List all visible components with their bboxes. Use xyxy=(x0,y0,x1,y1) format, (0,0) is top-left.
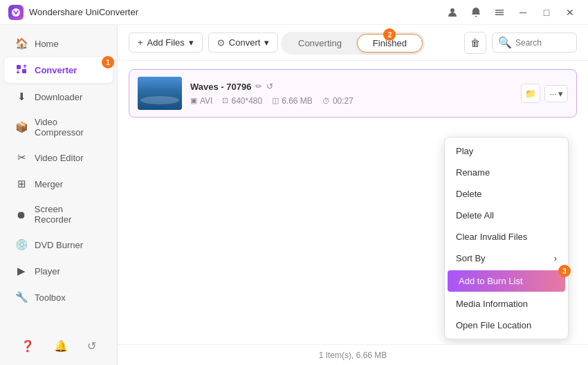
tabs-container: Converting Finished 2 xyxy=(281,32,425,55)
file-thumbnail xyxy=(138,77,182,110)
ctx-media-info[interactable]: Media Information xyxy=(445,293,568,315)
ctx-rename-label: Rename xyxy=(456,167,490,178)
svg-rect-3 xyxy=(495,12,504,13)
ctx-sort-by-arrow: › xyxy=(554,253,557,263)
ctx-play-label: Play xyxy=(456,146,473,156)
sidebar-item-downloader[interactable]: ⬇ Downloader xyxy=(4,84,113,109)
titlebar-left: Wondershare UniConverter xyxy=(8,5,138,20)
search-icon: 🔍 xyxy=(498,36,512,49)
ctx-play[interactable]: Play xyxy=(445,140,568,162)
folder-button[interactable]: 📁 xyxy=(521,84,540,103)
sidebar-item-merger[interactable]: ⊞ Merger xyxy=(4,171,113,196)
tab-finished-wrapper: Finished 2 xyxy=(357,34,423,53)
file-card: Waves - 70796 ✏ ↺ ▣ AVI ⊡ 640*480 xyxy=(129,69,577,118)
close-icon[interactable]: ✕ xyxy=(560,3,580,22)
bell-icon[interactable] xyxy=(466,3,486,22)
format-meta: ▣ AVI xyxy=(190,96,212,106)
add-icon: + xyxy=(138,37,143,48)
merger-icon: ⊞ xyxy=(15,178,28,190)
titlebar: Wondershare UniConverter ─ □ ✕ xyxy=(0,0,588,25)
add-files-label: Add Files xyxy=(147,37,185,48)
sidebar-item-screen-recorder[interactable]: ⏺ Screen Recorder xyxy=(4,198,113,231)
convert-chevron-icon: ▾ xyxy=(264,37,269,48)
file-duration: 00:27 xyxy=(333,96,353,106)
size-meta: ◫ 6.66 MB xyxy=(272,96,313,106)
file-info: Waves - 70796 ✏ ↺ ▣ AVI ⊡ 640*480 xyxy=(190,82,513,106)
svg-rect-6 xyxy=(22,69,26,73)
content-area: + Add Files ▾ ⊙ Convert ▾ Converting Fin… xyxy=(118,25,588,365)
edit-icon[interactable]: ✏ xyxy=(255,82,262,91)
downloader-icon: ⬇ xyxy=(15,91,28,103)
sidebar-label-video-compressor: Video Compressor xyxy=(35,117,102,138)
trash-button[interactable]: 🗑 xyxy=(464,32,486,54)
sidebar-bottom: ❓ 🔔 ↺ xyxy=(0,333,117,359)
sidebar-item-home[interactable]: 🏠 Home xyxy=(4,31,113,56)
maximize-icon[interactable]: □ xyxy=(537,3,556,22)
sidebar-item-dvd-burner[interactable]: 💿 DVD Burner xyxy=(4,232,113,257)
svg-point-0 xyxy=(12,8,20,17)
app-logo xyxy=(8,5,24,20)
ctx-delete-all[interactable]: Delete All xyxy=(445,205,568,226)
screen-recorder-icon: ⏺ xyxy=(15,209,28,221)
ctx-add-burn-wrapper: Add to Burn List 3 xyxy=(445,270,568,292)
add-chevron-icon: ▾ xyxy=(189,37,194,48)
file-name-row: Waves - 70796 ✏ ↺ xyxy=(190,82,513,92)
ctx-sort-by[interactable]: Sort By › xyxy=(445,247,568,269)
ctx-add-burn-list[interactable]: Add to Burn List xyxy=(448,270,565,292)
ctx-rename[interactable]: Rename xyxy=(445,162,568,183)
converter-badge: 1 xyxy=(102,56,114,68)
duration-meta: ⏱ 00:27 xyxy=(322,96,353,106)
ctx-open-location-label: Open File Location xyxy=(456,320,531,330)
help-icon[interactable]: ❓ xyxy=(21,339,35,353)
more-button[interactable]: ··· ▾ xyxy=(544,85,568,102)
dvd-burner-icon: 💿 xyxy=(15,238,28,251)
converter-icon xyxy=(15,64,28,77)
add-files-button[interactable]: + Add Files ▾ xyxy=(129,32,203,53)
menu-icon[interactable] xyxy=(490,3,509,22)
sidebar-item-video-editor[interactable]: ✂ Video Editor xyxy=(4,145,113,170)
resolution-icon: ⊡ xyxy=(222,96,228,105)
ctx-open-location[interactable]: Open File Location xyxy=(445,315,568,336)
sidebar-label-dvd-burner: DVD Burner xyxy=(35,240,83,250)
tab-converting[interactable]: Converting xyxy=(283,35,357,52)
refresh-file-icon[interactable]: ↺ xyxy=(266,82,273,91)
svg-rect-5 xyxy=(17,65,21,69)
ctx-clear-invalid[interactable]: Clear Invalid Files xyxy=(445,226,568,247)
ctx-add-burn-badge: 3 xyxy=(558,265,571,277)
main-layout: 🏠 Home Converter 1 ⬇ Downloader 📦 Video … xyxy=(0,25,588,365)
sidebar-item-toolbox[interactable]: 🔧 Toolbox xyxy=(4,285,113,310)
sidebar-label-home: Home xyxy=(35,39,59,49)
search-input[interactable] xyxy=(515,38,571,48)
convert-button[interactable]: ⊙ Convert ▾ xyxy=(208,32,279,53)
ctx-delete-all-label: Delete All xyxy=(456,210,494,221)
sidebar-label-screen-recorder: Screen Recorder xyxy=(35,204,102,225)
minimize-icon[interactable]: ─ xyxy=(513,3,533,22)
sidebar-label-toolbox: Toolbox xyxy=(35,292,66,303)
ctx-clear-invalid-label: Clear Invalid Files xyxy=(456,232,527,242)
sidebar-spacer xyxy=(0,310,117,333)
refresh-icon[interactable]: ↺ xyxy=(87,339,96,353)
user-icon[interactable] xyxy=(443,3,462,22)
notification-icon[interactable]: 🔔 xyxy=(54,339,68,353)
file-name: Waves - 70796 xyxy=(190,82,251,92)
file-resolution: 640*480 xyxy=(231,96,262,106)
file-actions: 📁 ··· ▾ xyxy=(521,84,568,103)
statusbar-text: 1 Item(s), 6.66 MB xyxy=(319,350,387,360)
file-list: Waves - 70796 ✏ ↺ ▣ AVI ⊡ 640*480 xyxy=(118,61,588,344)
sidebar: 🏠 Home Converter 1 ⬇ Downloader 📦 Video … xyxy=(0,25,118,365)
app-title: Wondershare UniConverter xyxy=(29,7,138,17)
ctx-delete[interactable]: Delete xyxy=(445,183,568,205)
sidebar-item-video-compressor[interactable]: 📦 Video Compressor xyxy=(4,111,113,144)
sidebar-label-downloader: Downloader xyxy=(35,92,82,102)
toolbox-icon: 🔧 xyxy=(15,291,28,303)
sidebar-item-player[interactable]: ▶ Player xyxy=(4,259,113,283)
sidebar-label-player: Player xyxy=(35,266,60,277)
sidebar-label-merger: Merger xyxy=(35,179,63,189)
toolbar-right: 🗑 🔍 xyxy=(464,32,577,54)
resolution-meta: ⊡ 640*480 xyxy=(222,96,262,106)
sidebar-item-converter[interactable]: Converter 1 xyxy=(4,57,113,83)
more-chevron: ▾ xyxy=(558,88,563,99)
toolbar: + Add Files ▾ ⊙ Convert ▾ Converting Fin… xyxy=(118,25,588,61)
titlebar-controls: ─ □ ✕ xyxy=(443,3,580,22)
context-menu: Play Rename Delete Delete All Clear Inva… xyxy=(444,137,569,339)
